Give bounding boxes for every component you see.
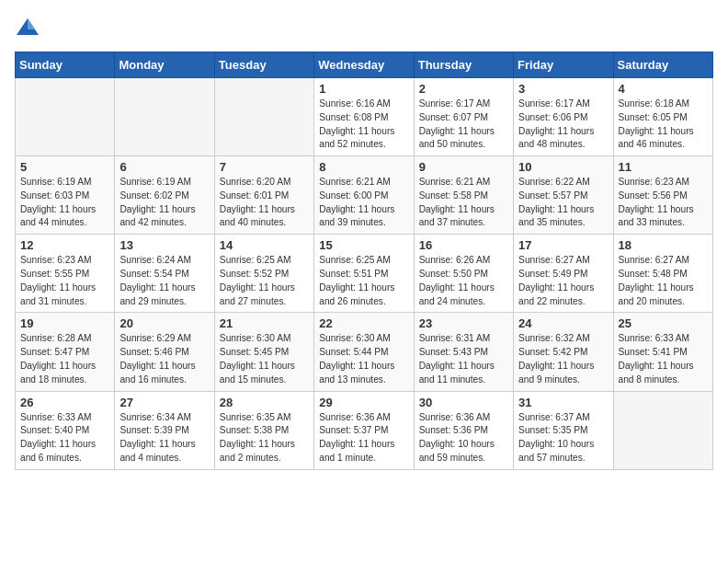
cell-info: Sunrise: 6:21 AM Sunset: 5:58 PM Dayligh…: [419, 176, 508, 230]
calendar-cell: 18Sunrise: 6:27 AM Sunset: 5:48 PM Dayli…: [613, 235, 712, 313]
header-tuesday: Tuesday: [214, 52, 313, 78]
day-number: 17: [518, 238, 608, 252]
cell-info: Sunrise: 6:18 AM Sunset: 6:05 PM Dayligh…: [619, 98, 708, 152]
calendar-cell: 24Sunrise: 6:32 AM Sunset: 5:42 PM Dayli…: [514, 313, 613, 391]
cell-info: Sunrise: 6:23 AM Sunset: 5:56 PM Dayligh…: [619, 176, 708, 230]
cell-info: Sunrise: 6:29 AM Sunset: 5:46 PM Dayligh…: [119, 332, 209, 386]
calendar-cell: [214, 78, 313, 156]
day-number: 8: [319, 160, 408, 174]
calendar-cell: 2Sunrise: 6:17 AM Sunset: 6:07 PM Daylig…: [414, 78, 513, 156]
day-number: 9: [419, 160, 508, 174]
cell-info: Sunrise: 6:28 AM Sunset: 5:47 PM Dayligh…: [20, 332, 109, 386]
cell-info: Sunrise: 6:19 AM Sunset: 6:02 PM Dayligh…: [119, 176, 209, 230]
calendar-cell: [115, 78, 214, 156]
cell-info: Sunrise: 6:27 AM Sunset: 5:48 PM Dayligh…: [619, 254, 708, 308]
calendar-cell: 16Sunrise: 6:26 AM Sunset: 5:50 PM Dayli…: [414, 235, 513, 313]
calendar-cell: 9Sunrise: 6:21 AM Sunset: 5:58 PM Daylig…: [414, 156, 513, 235]
cell-info: Sunrise: 6:34 AM Sunset: 5:39 PM Dayligh…: [119, 411, 209, 465]
calendar-header-row: SundayMondayTuesdayWednesdayThursdayFrid…: [16, 52, 713, 78]
svg-marker-1: [28, 18, 35, 29]
calendar-cell: [16, 78, 115, 156]
calendar-cell: 17Sunrise: 6:27 AM Sunset: 5:49 PM Dayli…: [514, 235, 613, 313]
cell-info: Sunrise: 6:32 AM Sunset: 5:42 PM Dayligh…: [518, 332, 608, 386]
logo-icon: [15, 15, 40, 40]
day-number: 25: [619, 316, 708, 330]
calendar-cell: 25Sunrise: 6:33 AM Sunset: 5:41 PM Dayli…: [613, 313, 712, 391]
calendar-cell: 21Sunrise: 6:30 AM Sunset: 5:45 PM Dayli…: [214, 313, 313, 391]
calendar-cell: 7Sunrise: 6:20 AM Sunset: 6:01 PM Daylig…: [214, 156, 313, 235]
day-number: 11: [619, 160, 708, 174]
calendar-cell: 6Sunrise: 6:19 AM Sunset: 6:02 PM Daylig…: [115, 156, 214, 235]
calendar-cell: 27Sunrise: 6:34 AM Sunset: 5:39 PM Dayli…: [115, 391, 214, 469]
cell-info: Sunrise: 6:17 AM Sunset: 6:06 PM Dayligh…: [518, 98, 608, 152]
calendar-cell: 3Sunrise: 6:17 AM Sunset: 6:06 PM Daylig…: [514, 78, 613, 156]
calendar-week-4: 19Sunrise: 6:28 AM Sunset: 5:47 PM Dayli…: [16, 313, 713, 391]
day-number: 15: [319, 238, 408, 252]
cell-info: Sunrise: 6:33 AM Sunset: 5:40 PM Dayligh…: [20, 411, 109, 465]
calendar-week-3: 12Sunrise: 6:23 AM Sunset: 5:55 PM Dayli…: [16, 235, 713, 313]
calendar-cell: 11Sunrise: 6:23 AM Sunset: 5:56 PM Dayli…: [613, 156, 712, 235]
calendar-cell: 30Sunrise: 6:36 AM Sunset: 5:36 PM Dayli…: [414, 391, 513, 469]
day-number: 13: [119, 238, 209, 252]
cell-info: Sunrise: 6:22 AM Sunset: 5:57 PM Dayligh…: [518, 176, 608, 230]
day-number: 2: [419, 82, 508, 96]
calendar-cell: 10Sunrise: 6:22 AM Sunset: 5:57 PM Dayli…: [514, 156, 613, 235]
cell-info: Sunrise: 6:31 AM Sunset: 5:43 PM Dayligh…: [419, 332, 508, 386]
day-number: 10: [518, 160, 608, 174]
calendar-cell: 12Sunrise: 6:23 AM Sunset: 5:55 PM Dayli…: [16, 235, 115, 313]
day-number: 14: [220, 238, 309, 252]
calendar-cell: 31Sunrise: 6:37 AM Sunset: 5:35 PM Dayli…: [514, 391, 613, 469]
calendar-cell: 20Sunrise: 6:29 AM Sunset: 5:46 PM Dayli…: [115, 313, 214, 391]
header-wednesday: Wednesday: [314, 52, 414, 78]
day-number: 19: [20, 316, 109, 330]
day-number: 23: [419, 316, 508, 330]
day-number: 18: [619, 238, 708, 252]
cell-info: Sunrise: 6:25 AM Sunset: 5:52 PM Dayligh…: [220, 254, 309, 308]
cell-info: Sunrise: 6:37 AM Sunset: 5:35 PM Dayligh…: [518, 411, 608, 465]
calendar-cell: [613, 391, 712, 469]
cell-info: Sunrise: 6:35 AM Sunset: 5:38 PM Dayligh…: [220, 411, 309, 465]
cell-info: Sunrise: 6:36 AM Sunset: 5:37 PM Dayligh…: [319, 411, 408, 465]
cell-info: Sunrise: 6:16 AM Sunset: 6:08 PM Dayligh…: [319, 98, 408, 152]
day-number: 16: [419, 238, 508, 252]
calendar-cell: 28Sunrise: 6:35 AM Sunset: 5:38 PM Dayli…: [214, 391, 313, 469]
header-saturday: Saturday: [613, 52, 712, 78]
calendar-cell: 4Sunrise: 6:18 AM Sunset: 6:05 PM Daylig…: [613, 78, 712, 156]
cell-info: Sunrise: 6:21 AM Sunset: 6:00 PM Dayligh…: [319, 176, 408, 230]
calendar-cell: 15Sunrise: 6:25 AM Sunset: 5:51 PM Dayli…: [314, 235, 414, 313]
day-number: 29: [319, 396, 408, 409]
cell-info: Sunrise: 6:30 AM Sunset: 5:44 PM Dayligh…: [319, 332, 408, 386]
header-sunday: Sunday: [16, 52, 115, 78]
calendar-cell: 26Sunrise: 6:33 AM Sunset: 5:40 PM Dayli…: [16, 391, 115, 469]
day-number: 7: [220, 160, 309, 174]
cell-info: Sunrise: 6:36 AM Sunset: 5:36 PM Dayligh…: [419, 411, 508, 465]
calendar-cell: 22Sunrise: 6:30 AM Sunset: 5:44 PM Dayli…: [314, 313, 414, 391]
day-number: 6: [119, 160, 209, 174]
cell-info: Sunrise: 6:19 AM Sunset: 6:03 PM Dayligh…: [20, 176, 109, 230]
cell-info: Sunrise: 6:33 AM Sunset: 5:41 PM Dayligh…: [619, 332, 708, 386]
cell-info: Sunrise: 6:26 AM Sunset: 5:50 PM Dayligh…: [419, 254, 508, 308]
cell-info: Sunrise: 6:23 AM Sunset: 5:55 PM Dayligh…: [20, 254, 109, 308]
day-number: 28: [220, 396, 309, 409]
cell-info: Sunrise: 6:24 AM Sunset: 5:54 PM Dayligh…: [119, 254, 209, 308]
day-number: 20: [119, 316, 209, 330]
day-number: 1: [319, 82, 408, 96]
header-monday: Monday: [115, 52, 214, 78]
calendar-cell: 8Sunrise: 6:21 AM Sunset: 6:00 PM Daylig…: [314, 156, 414, 235]
calendar-cell: 5Sunrise: 6:19 AM Sunset: 6:03 PM Daylig…: [16, 156, 115, 235]
cell-info: Sunrise: 6:25 AM Sunset: 5:51 PM Dayligh…: [319, 254, 408, 308]
day-number: 5: [20, 160, 109, 174]
calendar-week-5: 26Sunrise: 6:33 AM Sunset: 5:40 PM Dayli…: [16, 391, 713, 469]
calendar-cell: 29Sunrise: 6:36 AM Sunset: 5:37 PM Dayli…: [314, 391, 414, 469]
day-number: 4: [619, 82, 708, 96]
calendar-week-1: 1Sunrise: 6:16 AM Sunset: 6:08 PM Daylig…: [16, 78, 713, 156]
day-number: 3: [518, 82, 608, 96]
day-number: 12: [20, 238, 109, 252]
calendar-cell: 14Sunrise: 6:25 AM Sunset: 5:52 PM Dayli…: [214, 235, 313, 313]
calendar-cell: 23Sunrise: 6:31 AM Sunset: 5:43 PM Dayli…: [414, 313, 513, 391]
calendar-week-2: 5Sunrise: 6:19 AM Sunset: 6:03 PM Daylig…: [16, 156, 713, 235]
day-number: 30: [419, 396, 508, 409]
day-number: 26: [20, 396, 109, 409]
calendar-cell: 13Sunrise: 6:24 AM Sunset: 5:54 PM Dayli…: [115, 235, 214, 313]
calendar-cell: 1Sunrise: 6:16 AM Sunset: 6:08 PM Daylig…: [314, 78, 414, 156]
